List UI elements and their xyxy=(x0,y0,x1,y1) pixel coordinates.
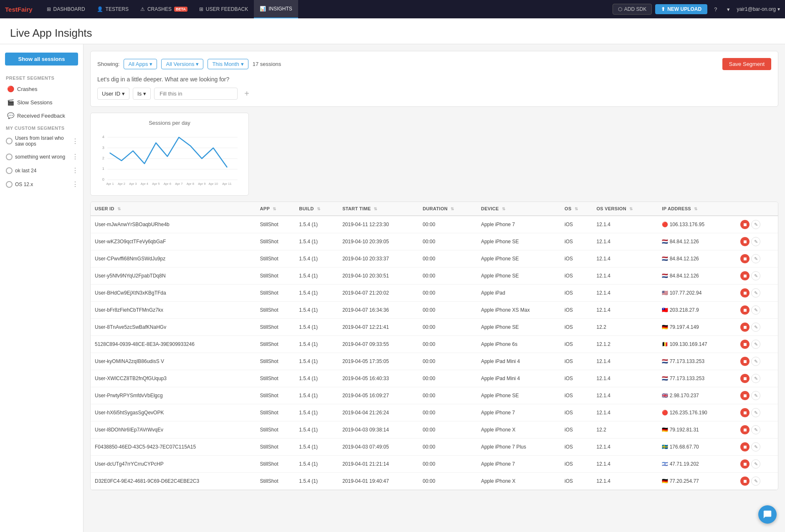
edit-session-button[interactable]: ✎ xyxy=(751,271,760,280)
user-id-filter[interactable]: User ID ▾ xyxy=(97,88,129,100)
col-start-time[interactable]: START TIME ⇅ xyxy=(338,202,418,216)
cell-user-id[interactable]: D32E0FC4-9E42-4681-9C69-D6E2C4EBE2C3 xyxy=(91,473,256,490)
new-upload-button[interactable]: ⬆ NEW UPLOAD xyxy=(655,4,707,14)
more-options-icon[interactable]: ⋮ xyxy=(72,137,79,145)
edit-session-button[interactable]: ✎ xyxy=(751,425,760,434)
cell-duration: 00:00 xyxy=(418,216,477,233)
time-filter-dropdown[interactable]: This Month ▾ xyxy=(208,59,248,69)
help-button[interactable]: ? xyxy=(711,6,720,13)
cell-duration: 00:00 xyxy=(418,456,477,473)
stop-session-button[interactable]: ⏹ xyxy=(740,237,750,246)
col-build[interactable]: BUILD ⇅ xyxy=(295,202,338,216)
edit-session-button[interactable]: ✎ xyxy=(751,442,760,451)
nav-dashboard[interactable]: ⊞ DASHBOARD xyxy=(41,0,91,18)
edit-session-button[interactable]: ✎ xyxy=(751,254,760,263)
stop-session-button[interactable]: ⏹ xyxy=(740,305,750,315)
cell-user-id[interactable]: User-l8DOhNr6IEp7AVrWvqEv xyxy=(91,421,256,439)
stop-session-button[interactable]: ⏹ xyxy=(740,477,750,486)
cell-user-id[interactable]: 5128C894-0939-48CE-8E3A-39E909933246 xyxy=(91,336,256,353)
cell-user-id[interactable]: User-y5Nfv9NYqU2FpabTDq8N xyxy=(91,267,256,285)
cell-user-id[interactable]: User-hX6i5htSygasSgQevOPK xyxy=(91,404,256,421)
edit-session-button[interactable]: ✎ xyxy=(751,220,760,229)
nav-testers[interactable]: 👤 TESTERS xyxy=(91,0,134,18)
edit-session-button[interactable]: ✎ xyxy=(751,340,760,349)
stop-session-button[interactable]: ⏹ xyxy=(740,323,750,332)
cell-user-id[interactable]: User-CPwvffi68NmGSWdJu9pz xyxy=(91,250,256,267)
col-app[interactable]: APP ⇅ xyxy=(256,202,295,216)
stop-session-button[interactable]: ⏹ xyxy=(740,340,750,349)
edit-session-button[interactable]: ✎ xyxy=(751,323,760,332)
more-options-icon[interactable]: ⋮ xyxy=(72,153,79,161)
edit-session-button[interactable]: ✎ xyxy=(751,408,760,417)
cell-user-id[interactable]: User-8TnAve5zcSwBafKNaHGv xyxy=(91,319,256,336)
cell-user-id[interactable]: User-mJwAnwYrSBOaqbURhe4b xyxy=(91,216,256,233)
add-sdk-button[interactable]: ⬡ ADD SDK xyxy=(613,4,652,15)
custom-segment-os-12x[interactable]: OS 12.x ⋮ xyxy=(0,177,83,191)
cell-user-id[interactable]: User-dcUTg47rrYCrruCYPcHP xyxy=(91,456,256,473)
chat-bubble-button[interactable] xyxy=(758,505,777,524)
add-filter-icon[interactable]: + xyxy=(244,89,249,98)
more-options-icon[interactable]: ⋮ xyxy=(72,180,79,188)
more-options-icon[interactable]: ⋮ xyxy=(72,166,79,174)
stop-session-button[interactable]: ⏹ xyxy=(740,271,750,280)
show-all-sessions-button[interactable]: Show all sessions xyxy=(5,53,78,66)
nav-crashes[interactable]: ⚠ CRASHES BETA xyxy=(134,0,193,18)
stop-session-button[interactable]: ⏹ xyxy=(740,374,750,383)
edit-session-button[interactable]: ✎ xyxy=(751,237,760,246)
save-segment-button[interactable]: Save Segment xyxy=(722,58,771,70)
brand-logo[interactable]: TestFairy xyxy=(5,6,33,13)
cell-user-id[interactable]: User-PrwtyRPYSmfdvVbElgcg xyxy=(91,387,256,404)
cell-user-id[interactable]: User-kyOMINA2zqIB86udisS V xyxy=(91,353,256,370)
dashboard-icon: ⊞ xyxy=(47,6,51,12)
stop-session-button[interactable]: ⏹ xyxy=(740,357,750,366)
nav-user-feedback[interactable]: ⊞ USER FEEDBACK xyxy=(193,0,254,18)
cell-user-id[interactable]: F0438850-46ED-43C5-9423-7EC07C115A15 xyxy=(91,439,256,456)
col-device[interactable]: DEVICE ⇅ xyxy=(477,202,560,216)
version-filter-dropdown[interactable]: All Versions ▾ xyxy=(161,59,203,69)
edit-session-button[interactable]: ✎ xyxy=(751,288,760,298)
sidebar-item-received-feedback[interactable]: 💬 Received Feedback xyxy=(0,109,83,122)
fill-this-in-input[interactable] xyxy=(154,88,238,100)
edit-session-button[interactable]: ✎ xyxy=(751,391,760,400)
col-ip-address[interactable]: IP ADDRESS ⇅ xyxy=(658,202,736,216)
stop-session-button[interactable]: ⏹ xyxy=(740,391,750,400)
custom-segment-ok-last-24[interactable]: ok last 24 ⋮ xyxy=(0,164,83,177)
edit-session-button[interactable]: ✎ xyxy=(751,459,760,469)
cell-os-version: 12.1.4 xyxy=(592,302,658,319)
col-os-version[interactable]: OS VERSION ⇅ xyxy=(592,202,658,216)
cell-duration: 00:00 xyxy=(418,267,477,285)
user-menu[interactable]: yair1@bar-on.org ▾ xyxy=(737,6,780,12)
col-user-id[interactable]: USER ID ⇅ xyxy=(91,202,256,216)
sidebar-item-slow-sessions[interactable]: 🎬 Slow Sessions xyxy=(0,96,83,109)
cell-row-actions: ⏹ ✎ xyxy=(736,439,778,456)
svg-text:Apr 11: Apr 11 xyxy=(222,182,231,186)
col-os[interactable]: OS ⇅ xyxy=(560,202,592,216)
is-filter[interactable]: Is ▾ xyxy=(133,88,151,100)
stop-session-button[interactable]: ⏹ xyxy=(740,425,750,434)
stop-session-button[interactable]: ⏹ xyxy=(740,288,750,298)
nav-insights[interactable]: 📊 INSIGHTS xyxy=(254,0,298,18)
cell-user-id[interactable]: User-XWlCCZ8TB2fnQfGUqup3 xyxy=(91,370,256,387)
app-filter-dropdown[interactable]: All Apps ▾ xyxy=(124,59,157,69)
edit-session-button[interactable]: ✎ xyxy=(751,357,760,366)
sidebar-item-crashes[interactable]: 🔴 Crashes xyxy=(0,82,83,96)
table-row: User-CPwvffi68NmGSWdJu9pz StillShot 1.5.… xyxy=(91,250,778,267)
cell-user-id[interactable]: User-BHdCw9EjXtN3xKBgTFda xyxy=(91,285,256,302)
stop-session-button[interactable]: ⏹ xyxy=(740,254,750,263)
chart-title: Sessions per day xyxy=(97,120,242,126)
cell-user-id[interactable]: User-wKZ3O9qctTFeVy6qbGaF xyxy=(91,233,256,250)
col-duration[interactable]: DURATION ⇅ xyxy=(418,202,477,216)
cell-user-id[interactable]: User-bFr8zFiehCbTFMnGz7kx xyxy=(91,302,256,319)
help-chevron[interactable]: ▾ xyxy=(724,6,733,13)
custom-segment-something-wrong[interactable]: something went wrong ⋮ xyxy=(0,150,83,164)
stop-session-button[interactable]: ⏹ xyxy=(740,459,750,469)
edit-session-button[interactable]: ✎ xyxy=(751,305,760,315)
edit-session-button[interactable]: ✎ xyxy=(751,477,760,486)
stop-session-button[interactable]: ⏹ xyxy=(740,408,750,417)
stop-session-button[interactable]: ⏹ xyxy=(740,442,750,451)
cell-row-actions: ⏹ ✎ xyxy=(736,302,778,319)
svg-text:Apr 7: Apr 7 xyxy=(175,182,182,186)
stop-session-button[interactable]: ⏹ xyxy=(740,220,750,229)
edit-session-button[interactable]: ✎ xyxy=(751,374,760,383)
custom-segment-israel-oops[interactable]: Users from Israel who saw oops ⋮ xyxy=(0,132,83,150)
